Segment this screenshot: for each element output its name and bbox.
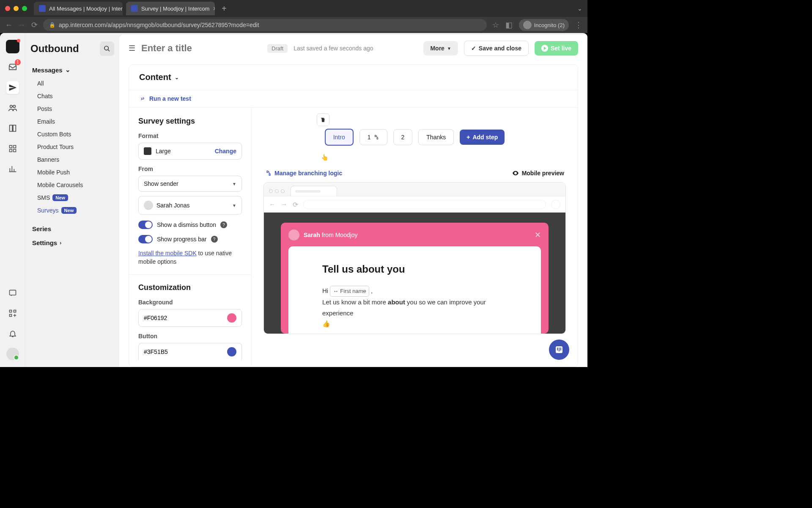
background-swatch-icon[interactable] xyxy=(227,313,236,323)
variable-icon: ↔ xyxy=(333,287,338,296)
sidebar-item-custom-bots[interactable]: Custom Bots xyxy=(30,128,114,141)
articles-rail-icon[interactable] xyxy=(6,122,19,135)
sidebar-item-product-tours[interactable]: Product Tours xyxy=(30,141,114,153)
step-intro[interactable]: Intro xyxy=(325,129,354,146)
star-icon[interactable]: ☆ xyxy=(492,21,499,29)
run-test-link[interactable]: Run a new test xyxy=(129,90,578,108)
sidebar-item-posts[interactable]: Posts xyxy=(30,102,114,115)
content-card: Content ⌄ Run a new test Survey settings… xyxy=(129,64,578,367)
step-1[interactable]: 1 xyxy=(359,129,387,145)
intercom-launcher[interactable] xyxy=(549,340,569,360)
format-value: Large xyxy=(156,148,171,155)
help-icon[interactable]: ? xyxy=(220,221,227,228)
add-step-label: Add step xyxy=(472,134,498,141)
manage-branching-link[interactable]: Manage branching logic xyxy=(265,169,342,177)
survey-sender-from: from Moodjoy xyxy=(320,232,358,238)
caret-down-icon: ▼ xyxy=(232,203,236,208)
search-button[interactable] xyxy=(100,41,114,56)
save-and-close-button[interactable]: ✓ Save and close xyxy=(464,41,529,56)
branching-label: Manage branching logic xyxy=(274,170,342,177)
extensions-icon[interactable]: ◧ xyxy=(505,21,513,29)
step-2[interactable]: 2 xyxy=(393,129,413,145)
survey-hi: Hi xyxy=(322,287,330,294)
sidebar-item-settings[interactable]: Settings › xyxy=(30,236,114,250)
browser-tab-1[interactable]: Survey | Moodjoy | Intercom ✕ xyxy=(126,2,215,15)
new-tab-button[interactable]: + xyxy=(218,4,230,14)
messages-group-toggle[interactable]: Messages ⌄ xyxy=(30,63,114,77)
draft-badge: Draft xyxy=(267,44,288,53)
sidebar-title: Outbound xyxy=(30,43,79,55)
sidebar-item-chats[interactable]: Chats xyxy=(30,90,114,102)
mock-dot-icon xyxy=(269,189,273,193)
apps-rail-icon[interactable] xyxy=(6,142,19,155)
svg-rect-5 xyxy=(13,149,16,152)
user-avatar[interactable] xyxy=(6,348,19,360)
sidebar-item-mobile-push[interactable]: Mobile Push xyxy=(30,166,114,179)
sender-mode-select[interactable]: Show sender ▼ xyxy=(138,176,242,192)
help-icon[interactable]: ? xyxy=(211,236,218,243)
tab-close-icon[interactable]: ✕ xyxy=(213,6,215,12)
survey-sender-name: Sarah xyxy=(304,232,320,238)
survey-content[interactable]: Tell us about you Hi ↔First name , Let u… xyxy=(288,246,541,334)
minimize-window-icon[interactable] xyxy=(14,6,19,11)
reports-rail-icon[interactable] xyxy=(6,163,19,175)
inbox-rail-icon[interactable]: 1 xyxy=(6,61,19,74)
url-bar[interactable]: 🔒 app.intercom.com/a/apps/nnsgmgob/outbo… xyxy=(43,19,487,31)
notifications-rail-icon[interactable] xyxy=(6,327,19,340)
maximize-window-icon[interactable] xyxy=(22,6,27,11)
step-thanks[interactable]: Thanks xyxy=(418,129,454,145)
survey-title-input[interactable] xyxy=(141,43,261,54)
sidebar-item-mobile-carousels[interactable]: Mobile Carousels xyxy=(30,179,114,191)
sidebar-item-banners[interactable]: Banners xyxy=(30,153,114,166)
background-label: Background xyxy=(138,299,242,306)
survey-close-icon[interactable]: ✕ xyxy=(535,230,541,240)
delete-step-button[interactable] xyxy=(317,113,329,126)
background-hex-field[interactable] xyxy=(144,315,227,321)
sidebar-item-series[interactable]: Series xyxy=(30,222,114,236)
svg-rect-12 xyxy=(557,348,558,351)
sidebar-item-surveys[interactable]: Surveys New xyxy=(30,204,114,217)
messenger-rail-icon[interactable] xyxy=(6,287,19,299)
hamburger-icon[interactable]: ☰ xyxy=(129,44,135,53)
contacts-rail-icon[interactable] xyxy=(6,102,19,114)
survey-sender: Sarah from Moodjoy xyxy=(304,232,358,238)
background-color-input[interactable] xyxy=(138,309,242,327)
app-store-rail-icon[interactable] xyxy=(6,307,19,320)
dismiss-toggle[interactable] xyxy=(138,221,153,229)
mobile-preview-toggle[interactable]: Mobile preview xyxy=(512,169,564,177)
survey-card: Sarah from Moodjoy ✕ Tell us about you H… xyxy=(281,223,549,334)
browser-toolbar: ← → ⟳ 🔒 app.intercom.com/a/apps/nnsgmgob… xyxy=(0,17,587,33)
kebab-menu-icon[interactable]: ⋮ xyxy=(575,21,582,29)
forward-icon[interactable]: → xyxy=(18,21,25,29)
add-step-button[interactable]: + Add step xyxy=(460,130,505,145)
progress-toggle[interactable] xyxy=(138,235,153,243)
sender-person-select[interactable]: Sarah Jonas ▼ xyxy=(138,196,242,215)
sidebar-item-sms[interactable]: SMS New xyxy=(30,191,114,204)
chevron-down-icon[interactable]: ⌄ xyxy=(577,5,582,12)
more-button[interactable]: More ▼ xyxy=(423,41,458,55)
settings-panel: Survey settings Format Large Change From… xyxy=(129,108,252,367)
app-logo-icon[interactable] xyxy=(6,40,19,53)
button-swatch-icon[interactable] xyxy=(227,347,236,356)
caret-down-icon: ▼ xyxy=(447,46,451,51)
reload-icon[interactable]: ⟳ xyxy=(30,21,38,29)
svg-rect-3 xyxy=(13,146,16,148)
variable-chip[interactable]: ↔First name xyxy=(330,286,369,297)
sidebar-item-emails[interactable]: Emails xyxy=(30,115,114,128)
content-section-toggle[interactable]: Content ⌄ xyxy=(129,65,578,90)
install-sdk-link[interactable]: Install the mobile SDK xyxy=(138,250,197,257)
incognito-badge[interactable]: Incognito (2) xyxy=(519,19,569,31)
tab-favicon-icon xyxy=(131,5,138,12)
close-window-icon[interactable] xyxy=(5,6,10,11)
outbound-rail-icon[interactable] xyxy=(6,81,19,94)
survey-line2a: Let us know a bit more xyxy=(322,298,388,306)
change-format-link[interactable]: Change xyxy=(215,148,236,155)
svg-rect-13 xyxy=(559,348,560,351)
button-hex-field[interactable] xyxy=(144,348,227,355)
browser-tab-0[interactable]: All Messages | Moodjoy | Interc ✕ xyxy=(34,2,123,15)
back-icon[interactable]: ← xyxy=(5,21,13,29)
set-live-button[interactable]: Set live xyxy=(535,41,578,55)
sidebar-item-all[interactable]: All xyxy=(30,77,114,90)
button-color-input[interactable] xyxy=(138,343,242,360)
svg-rect-8 xyxy=(14,310,16,312)
